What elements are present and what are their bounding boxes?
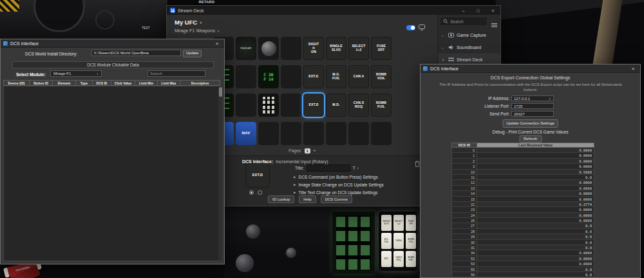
debug-table-row: 220.2774: [451, 202, 594, 207]
value-cell: 0.0: [477, 267, 594, 272]
close-icon[interactable]: ×: [629, 66, 638, 72]
deck-key-c-30-f-14[interactable]: C 30F 14: [258, 65, 279, 88]
key-label: EXT.D: [308, 103, 318, 107]
deck-key-blank[interactable]: [326, 122, 346, 145]
chevron-down-icon: ∨: [199, 20, 202, 25]
action-search-input[interactable]: Search: [440, 17, 487, 25]
scrollbar-thumb[interactable]: [219, 87, 222, 97]
column-header[interactable]: Button ID: [30, 80, 53, 86]
sidebar-item-soundboard[interactable]: › Soundboard: [438, 41, 500, 54]
dcs-id-cell: 22: [451, 202, 477, 207]
page-1-button[interactable]: 1: [305, 148, 310, 154]
deck-key-blank[interactable]: [281, 122, 301, 145]
deck-key-blank[interactable]: [303, 122, 324, 145]
column-header[interactable]: DCS ID: [93, 80, 111, 86]
dcs-id-cell: 13: [451, 186, 477, 191]
chevron-down-icon: ∨: [217, 29, 220, 33]
value-cell: 0.0000: [477, 186, 594, 191]
deck-key-blank[interactable]: [281, 37, 301, 60]
close-icon[interactable]: ×: [213, 41, 222, 46]
send-port-input[interactable]: 26027: [511, 111, 554, 117]
deck-key-can-s-roq[interactable]: CAN.SROQ: [348, 94, 369, 117]
debug-table-row: 130.0000: [451, 186, 594, 191]
desktop: RETARD OVER RUN TEST SINGLE SLVOSELECT 1…: [0, 0, 644, 278]
deck-key-keypad[interactable]: [258, 94, 279, 117]
left-window-titlebar[interactable]: DCS Interface ×: [1, 39, 224, 48]
sidebar-item-game-capture[interactable]: › Game Capture: [438, 29, 500, 41]
font-button[interactable]: T ∨: [353, 166, 359, 170]
page-selector[interactable]: Mirage F1 Weapons ∨: [175, 28, 220, 33]
listener-port-input[interactable]: 1725: [511, 103, 554, 109]
column-header[interactable]: Description: [180, 80, 220, 86]
column-header[interactable]: Limit Max: [158, 80, 180, 86]
table-scrollbar[interactable]: [218, 86, 222, 261]
column-header[interactable]: Type: [76, 80, 93, 86]
category-label: Soundboard: [457, 45, 481, 50]
deck-key-ext-d[interactable]: EXT.D: [303, 94, 324, 117]
state-2-radio[interactable]: [258, 190, 262, 195]
deck-key-blank[interactable]: [281, 65, 301, 88]
deck-key-blank[interactable]: [281, 94, 301, 117]
key-label: NAV: [242, 132, 251, 135]
deck-key-nav[interactable]: NAV: [236, 122, 256, 145]
install-directory-input[interactable]: K:\Steam\DCS World OpenBeta: [91, 50, 181, 56]
accordion-dcs-command[interactable]: ▶ DCS Command (on Button Press) Settings: [294, 173, 384, 181]
deck-key-knob[interactable]: [258, 37, 279, 60]
column-header[interactable]: Click Value: [111, 80, 135, 86]
clickable-data-table-body: [3, 86, 220, 261]
key-grid: RADARSIGHT⊙ONSINGLESLVOSELECT1+2FUSEOFFC…: [213, 37, 392, 145]
maximize-button[interactable]: □: [471, 6, 486, 15]
module-select[interactable]: Mirage-F1 ∨: [50, 70, 102, 77]
key-label: SLVO: [332, 48, 341, 52]
column-header[interactable]: Limit Min: [135, 80, 158, 86]
deck-key-blank[interactable]: [371, 122, 392, 145]
deck-key-radar[interactable]: RADAR: [236, 37, 256, 60]
update-button[interactable]: Update: [183, 50, 202, 57]
deck-key-fuse-off[interactable]: FUSEOFF: [371, 37, 392, 60]
title-input[interactable]: [307, 164, 350, 172]
column-header[interactable]: Element: [53, 80, 76, 86]
column-header[interactable]: Device (ID): [3, 80, 30, 86]
stream-deck-titlebar[interactable]: Stream Deck – □ ×: [167, 6, 500, 15]
deck-key-single-slvo[interactable]: SINGLESLVO: [326, 37, 346, 60]
refresh-button[interactable]: Refresh: [519, 135, 542, 143]
key-label: FUS.: [377, 105, 385, 109]
module-search-input[interactable]: Search: [147, 70, 205, 77]
close-button[interactable]: ×: [486, 6, 500, 15]
deck-key-m-d[interactable]: M.D.: [326, 94, 346, 117]
update-connection-settings-button[interactable]: Update Connection Settings: [502, 119, 558, 128]
debug-table-row: 20.0000: [451, 159, 594, 164]
deck-key-blank[interactable]: [236, 94, 256, 117]
state-radio-group[interactable]: [249, 190, 262, 195]
panel-knob: [246, 224, 260, 239]
value-cell: 0.0000: [477, 197, 594, 202]
deck-key-can-a[interactable]: CAN A: [348, 65, 369, 88]
device-monitor-icon[interactable]: [419, 25, 425, 30]
help-button[interactable]: Help: [299, 195, 316, 203]
key-label: RADAR: [241, 46, 252, 50]
deck-key-select-1+2[interactable]: SELECT1+2: [348, 37, 369, 60]
deck-key-blank[interactable]: [236, 65, 256, 88]
right-window-titlebar[interactable]: DCS Interface ×: [421, 65, 640, 73]
settings-accordions: ▶ DCS Command (on Button Press) Settings…: [294, 173, 384, 196]
deck-key-sight-on[interactable]: SIGHT⊙ON: [303, 37, 324, 60]
expand-arrow-icon: ▶: [294, 183, 296, 186]
ip-address-input[interactable]: 127.0.0.1 ✓: [511, 95, 554, 101]
value-cell: 0.0: [477, 272, 594, 277]
deck-key-ext-g[interactable]: EXT.G: [303, 65, 324, 88]
profile-selector[interactable]: My UFC ∨: [175, 19, 202, 26]
deck-key-blank[interactable]: [258, 122, 279, 145]
add-page-button[interactable]: +: [313, 148, 316, 154]
deck-key-bomb-fus[interactable]: BOMBFUS.: [371, 94, 392, 117]
minimize-button[interactable]: –: [456, 6, 471, 15]
accordion-image-state[interactable]: ▶ Image State Change on DCS Update Setti…: [294, 181, 384, 188]
dcs-comms-button[interactable]: DCS Comms: [321, 195, 352, 203]
deck-key-m-g-fus[interactable]: M.G.FUS.: [326, 65, 346, 88]
install-directory-label: DCS World Install Directory:: [25, 52, 77, 56]
state-1-radio[interactable]: [249, 190, 254, 195]
live-view-toggle[interactable]: [406, 25, 415, 30]
deck-key-blank[interactable]: [348, 122, 369, 145]
id-lookup-button[interactable]: ID Lookup: [268, 195, 294, 203]
trash-icon[interactable]: [415, 158, 420, 170]
deck-key-bomb-voil[interactable]: BOMBVOIL: [371, 65, 392, 88]
